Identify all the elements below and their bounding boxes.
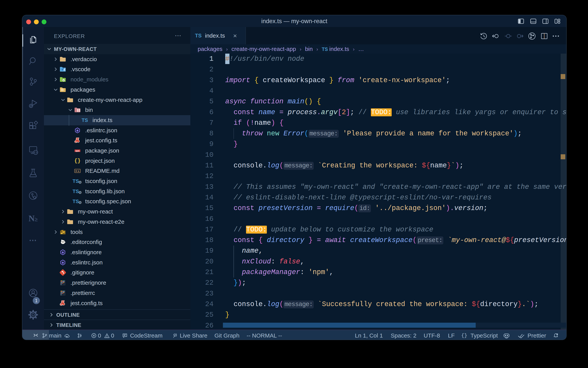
svg-text:M: M xyxy=(75,170,77,172)
svg-text:js: js xyxy=(63,79,64,81)
svg-text:10: 10 xyxy=(78,110,79,112)
svg-text:npm: npm xyxy=(75,150,79,152)
